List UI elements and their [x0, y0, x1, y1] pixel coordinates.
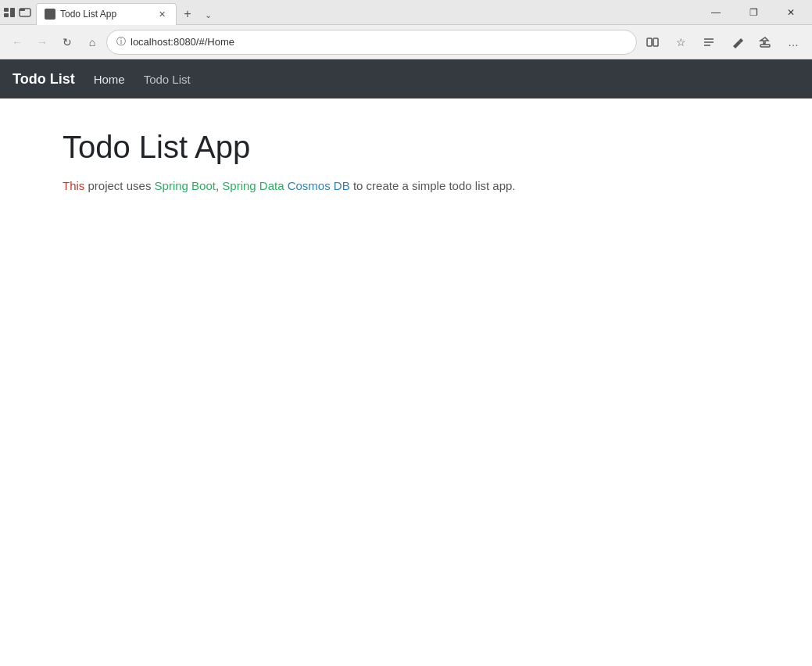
tab-list-button[interactable]: ⌄ — [199, 6, 217, 25]
navbar-link-home[interactable]: Home — [94, 73, 125, 86]
svg-rect-10 — [760, 45, 770, 47]
page-title: Todo List App — [63, 130, 749, 165]
navbar-link-todolist[interactable]: Todo List — [144, 73, 191, 86]
navbar-brand[interactable]: Todo List — [13, 71, 75, 88]
more-button[interactable]: … — [781, 30, 806, 55]
home-button[interactable]: ⌂ — [81, 31, 103, 53]
subtitle-spring-data: Spring Data — [222, 179, 287, 192]
app-navbar: Todo List Home Todo List — [0, 59, 812, 98]
subtitle-cosmos: Cosmos DB — [288, 179, 350, 192]
favorites-button[interactable]: ☆ — [668, 30, 693, 55]
tab-favicon — [45, 9, 55, 20]
subtitle-spring-boot: Spring Boot — [155, 179, 216, 192]
svg-rect-1 — [4, 13, 9, 17]
lock-icon: ⓘ — [116, 35, 126, 48]
subtitle-rest: to create a simple todo list app. — [350, 179, 516, 192]
window-controls: — ❐ ✕ — [698, 0, 809, 25]
tab-close-button[interactable]: ✕ — [156, 8, 168, 20]
share-button[interactable] — [753, 30, 778, 55]
maximize-button[interactable]: ❐ — [735, 0, 771, 25]
browser-window: Todo List App ✕ + ⌄ — ❐ ✕ ← → ↻ ⌂ ⓘ loca… — [0, 0, 812, 666]
svg-rect-6 — [653, 38, 658, 46]
address-input[interactable]: ⓘ localhost:8080/#/Home — [106, 30, 637, 55]
svg-rect-0 — [4, 8, 9, 12]
refresh-button[interactable]: ↻ — [56, 31, 78, 53]
toolbar-icons: ☆ … — [640, 30, 806, 55]
svg-rect-4 — [20, 9, 25, 11]
svg-rect-2 — [10, 8, 15, 17]
svg-rect-5 — [647, 38, 652, 46]
note-button[interactable] — [724, 30, 749, 55]
tab-icon — [19, 6, 31, 19]
forward-button[interactable]: → — [31, 31, 53, 53]
address-bar: ← → ↻ ⌂ ⓘ localhost:8080/#/Home ☆ — [0, 25, 812, 59]
page-subtitle: This project uses Spring Boot, Spring Da… — [63, 177, 749, 195]
page-content: Todo List Home Todo List Todo List App T… — [0, 59, 812, 666]
new-tab-button[interactable]: + — [177, 3, 199, 25]
tab-strip: Todo List App ✕ + ⌄ — [36, 0, 696, 25]
back-button[interactable]: ← — [6, 31, 28, 53]
main-content: Todo List App This project uses Spring B… — [0, 98, 812, 666]
hub-button[interactable] — [696, 30, 721, 55]
close-button[interactable]: ✕ — [773, 0, 809, 25]
browser-icon — [3, 6, 16, 19]
active-tab[interactable]: Todo List App ✕ — [36, 3, 177, 25]
title-bar-left — [3, 6, 31, 19]
reading-view-button[interactable] — [640, 30, 665, 55]
minimize-button[interactable]: — — [698, 0, 734, 25]
tab-title-text: Todo List App — [60, 9, 116, 20]
subtitle-project: project uses — [84, 179, 154, 192]
subtitle-this: This — [63, 179, 84, 192]
title-bar: Todo List App ✕ + ⌄ — ❐ ✕ — [0, 0, 812, 25]
url-text: localhost:8080/#/Home — [131, 36, 627, 48]
